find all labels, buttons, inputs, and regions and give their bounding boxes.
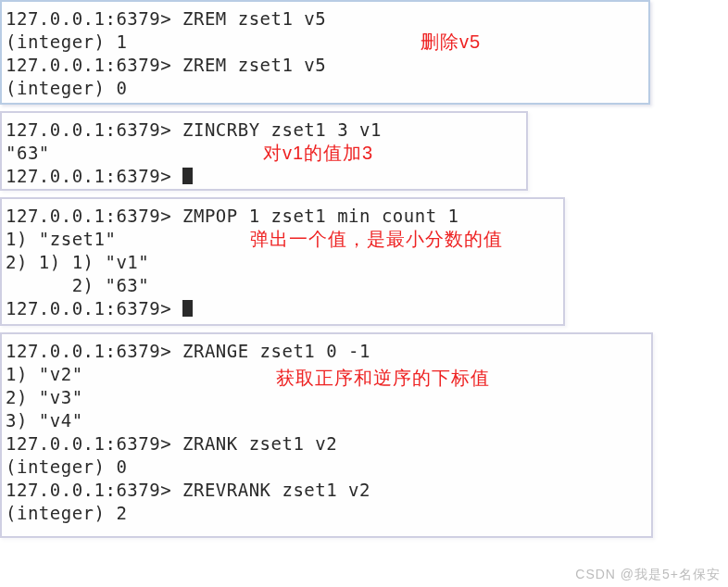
terminal-line: (integer) 1: [6, 31, 645, 54]
watermark-text: CSDN @我是5+名保安: [575, 567, 721, 583]
terminal-panel-zincrby: 127.0.0.1:6379> ZINCRBY zset1 3 v1 "63" …: [0, 111, 528, 191]
terminal-line: 2) "63": [6, 274, 559, 297]
terminal-panel-zrange: 127.0.0.1:6379> ZRANGE zset1 0 -1 1) "v2…: [0, 332, 653, 538]
terminal-line: (integer) 0: [6, 77, 645, 100]
cursor-icon: [182, 168, 193, 184]
terminal-panel-zmpop: 127.0.0.1:6379> ZMPOP 1 zset1 min count …: [0, 197, 565, 326]
terminal-line: 127.0.0.1:6379> ZRANK zset1 v2: [6, 432, 647, 456]
prompt-text: 127.0.0.1:6379>: [6, 298, 182, 318]
terminal-line: (integer) 2: [6, 502, 647, 525]
terminal-line: 127.0.0.1:6379> ZMPOP 1 zset1 min count …: [6, 205, 559, 228]
terminal-line: 127.0.0.1:6379> ZREVRANK zset1 v2: [6, 479, 647, 502]
terminal-line: 3) "v4": [6, 409, 647, 432]
annotation-zincrby: 对v1的值加3: [263, 141, 373, 166]
terminal-line: (integer) 0: [6, 456, 647, 479]
annotation-zrange: 获取正序和逆序的下标值: [276, 366, 490, 391]
terminal-line: 127.0.0.1:6379>: [6, 297, 559, 320]
prompt-text: 127.0.0.1:6379>: [6, 166, 182, 186]
annotation-zrem: 删除v5: [420, 30, 481, 55]
cursor-icon: [182, 300, 193, 317]
terminal-panel-zrem: 127.0.0.1:6379> ZREM zset1 v5 (integer) …: [0, 0, 650, 105]
terminal-line: 127.0.0.1:6379> ZREM zset1 v5: [6, 7, 645, 31]
terminal-line: 127.0.0.1:6379> ZREM zset1 v5: [6, 54, 645, 77]
terminal-line: 127.0.0.1:6379>: [6, 165, 522, 188]
terminal-line: 127.0.0.1:6379> ZRANGE zset1 0 -1: [6, 340, 647, 363]
annotation-zmpop: 弹出一个值，是最小分数的值: [250, 227, 503, 252]
terminal-line: 127.0.0.1:6379> ZINCRBY zset1 3 v1: [6, 119, 522, 142]
terminal-line: 2) 1) 1) "v1": [6, 251, 559, 274]
